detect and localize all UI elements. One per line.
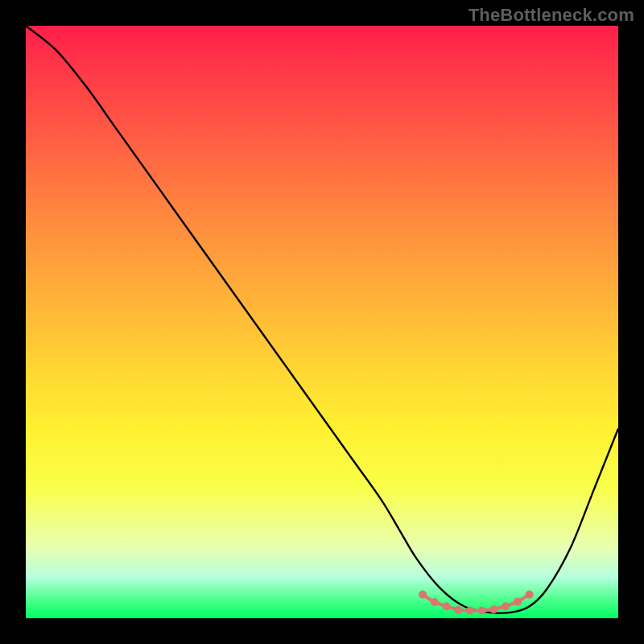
watermark-text: TheBottleneck.com — [469, 5, 634, 26]
optimal-range-dot — [526, 591, 534, 599]
optimal-range-line — [423, 595, 530, 611]
optimal-range-dot — [489, 605, 497, 613]
chart-frame: TheBottleneck.com — [0, 0, 644, 644]
optimal-range-dot — [431, 598, 439, 606]
optimal-range-dot — [466, 606, 474, 614]
optimal-range-dot — [514, 597, 522, 605]
optimal-range-dot — [454, 606, 462, 614]
optimal-range-dot — [502, 602, 510, 610]
bottleneck-curve-path — [26, 26, 618, 613]
optimal-range-dot — [419, 591, 427, 599]
optimal-range-dot — [478, 606, 486, 614]
optimal-range-dot — [443, 602, 451, 610]
plot-area — [26, 26, 618, 618]
curve-svg — [26, 26, 618, 618]
